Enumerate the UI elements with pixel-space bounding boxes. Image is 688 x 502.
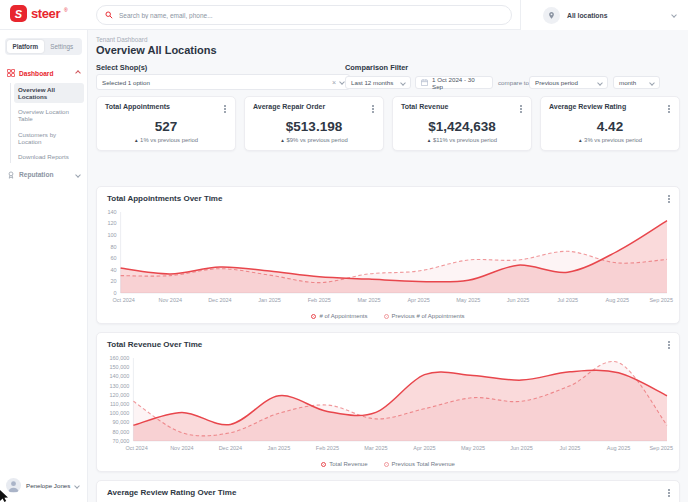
location-selector[interactable]: All locations (521, 0, 688, 30)
tab-platform[interactable]: Platform (7, 40, 44, 53)
kpi-value: 4.42 (549, 119, 671, 134)
steer-logo-text: steer (31, 6, 60, 21)
kpi-card-total-appointments: Total Appointments 527 ▲ 1% vs previous … (96, 96, 236, 151)
dashboard-sub-menu: Overview All Locations Overview Location… (10, 83, 87, 163)
svg-text:80: 80 (110, 244, 116, 250)
kebab-menu-icon[interactable] (666, 339, 672, 351)
svg-text:20: 20 (110, 278, 116, 284)
sidebar-item-customers-by-location[interactable]: Customers by Location (14, 128, 84, 148)
kpi-title: Total Revenue (401, 103, 523, 110)
sidebar: Platform Settings Dashboard Overview All… (0, 30, 88, 502)
svg-text:Nov 2024: Nov 2024 (159, 297, 183, 303)
sidebar-mode-tabs: Platform Settings (5, 38, 82, 55)
dashboard-icon (7, 69, 15, 77)
kpi-delta: ▲ $11% vs previous period (401, 137, 523, 143)
kebab-menu-icon[interactable] (666, 487, 672, 499)
kpi-delta: ▲ 3% vs previous period (549, 137, 671, 143)
search-input[interactable] (119, 12, 503, 19)
svg-text:Sep 2025: Sep 2025 (649, 445, 673, 451)
svg-text:100,000: 100,000 (110, 410, 130, 416)
sidebar-item-overview-all-locations[interactable]: Overview All Locations (14, 83, 84, 103)
svg-text:Jul 2025: Jul 2025 (557, 297, 578, 303)
appointments-line-chart: 020406080100120140Oct 2024Nov 2024Dec 20… (101, 207, 675, 305)
period-select-value: Last 12 months (351, 79, 397, 86)
svg-text:60: 60 (110, 255, 116, 261)
svg-text:Jan 2025: Jan 2025 (258, 297, 281, 303)
page-title: Overview All Locations (96, 44, 217, 56)
kpi-title: Average Repair Order (253, 103, 375, 110)
chevron-down-icon (671, 12, 677, 18)
chevron-down-icon (597, 80, 603, 86)
sidebar-item-reputation[interactable]: Reputation (0, 167, 87, 183)
select-shops-label: Select Shop(s) (96, 63, 147, 72)
compare-select[interactable]: Previous period (529, 76, 608, 89)
kebab-menu-icon[interactable] (518, 103, 524, 115)
breadcrumb: Tenant Dashboard (96, 36, 147, 43)
svg-text:40: 40 (110, 267, 116, 273)
legend-marker-icon (311, 314, 316, 319)
svg-text:Mar 2025: Mar 2025 (357, 297, 380, 303)
user-menu[interactable]: Penelope Jones (6, 478, 79, 493)
kebab-menu-icon[interactable] (666, 193, 672, 205)
delta-up-icon: ▲ (427, 138, 432, 143)
svg-text:May 2025: May 2025 (461, 445, 485, 451)
period-select[interactable]: Last 12 months (345, 76, 411, 89)
sidebar-item-download-reports[interactable]: Download Reports (14, 150, 84, 163)
kebab-menu-icon[interactable] (370, 103, 376, 115)
svg-text:90,000: 90,000 (113, 419, 130, 425)
sidebar-item-overview-location-table[interactable]: Overview Location Table (14, 105, 84, 125)
chevron-down-icon (339, 79, 345, 85)
global-search[interactable] (96, 5, 512, 25)
granularity-select[interactable]: month (613, 76, 660, 89)
delta-up-icon: ▲ (280, 138, 285, 143)
svg-text:Oct 2024: Oct 2024 (113, 297, 135, 303)
kpi-row: Total Appointments 527 ▲ 1% vs previous … (96, 96, 680, 151)
svg-text:Apr 2025: Apr 2025 (413, 445, 435, 451)
mouse-cursor (0, 490, 10, 502)
legend-item: Total Revenue (321, 461, 367, 467)
kebab-menu-icon[interactable] (666, 103, 672, 115)
revenue-line-chart: 70,00080,00090,000100,000110,000120,0001… (101, 353, 675, 453)
svg-text:Feb 2025: Feb 2025 (308, 297, 331, 303)
shop-multiselect[interactable]: Selected 1 option × (96, 74, 350, 90)
chevron-down-icon (75, 483, 81, 489)
kpi-card-average-repair-order: Average Repair Order $513.198 ▲ $9% vs p… (244, 96, 384, 151)
svg-text:May 2025: May 2025 (456, 297, 480, 303)
user-name: Penelope Jones (26, 482, 70, 489)
svg-text:110,000: 110,000 (110, 401, 129, 407)
location-pin-icon (543, 7, 560, 24)
calendar-icon (421, 79, 428, 86)
kebab-menu-icon[interactable] (222, 103, 228, 115)
svg-text:0: 0 (114, 290, 117, 296)
chevron-up-icon (75, 70, 81, 76)
legend-item: Previous Total Revenue (384, 461, 455, 467)
svg-text:Dec 2024: Dec 2024 (208, 297, 232, 303)
granularity-select-value: month (619, 79, 646, 86)
chart-title: Total Appointments Over Time (97, 187, 679, 203)
award-icon (7, 171, 15, 179)
chevron-down-icon (75, 172, 81, 178)
chart-legend: # of AppointmentsPrevious # of Appointme… (97, 313, 679, 319)
sidebar-item-dashboard[interactable]: Dashboard (0, 65, 87, 81)
svg-text:Jun 2025: Jun 2025 (507, 297, 530, 303)
tab-settings[interactable]: Settings (44, 40, 81, 53)
top-header: S steer ® All locations (0, 0, 688, 30)
legend-marker-icon (384, 462, 389, 467)
svg-text:120,000: 120,000 (110, 392, 130, 398)
svg-text:Jan 2025: Jan 2025 (268, 445, 291, 451)
steer-logo[interactable]: S steer ® (10, 5, 68, 22)
svg-text:Nov 2024: Nov 2024 (170, 445, 194, 451)
svg-text:Aug 2025: Aug 2025 (607, 445, 631, 451)
svg-text:120: 120 (107, 220, 116, 226)
svg-text:Apr 2025: Apr 2025 (407, 297, 429, 303)
date-range-picker[interactable]: 1 Oct 2024 - 30 Sep (415, 76, 493, 89)
compare-to-label: compare to (498, 79, 529, 86)
clear-icon[interactable]: × (332, 79, 336, 86)
kpi-value: $513.198 (253, 119, 375, 134)
kpi-delta: ▲ $9% vs previous period (253, 137, 375, 143)
svg-text:Jul 2025: Jul 2025 (560, 445, 581, 451)
chart-card-average-review-rating: Average Review Rating Over Time (96, 480, 680, 502)
sidebar-item-label: Reputation (19, 171, 72, 178)
svg-text:Mar 2025: Mar 2025 (364, 445, 387, 451)
kpi-delta: ▲ 1% vs previous period (105, 137, 227, 143)
